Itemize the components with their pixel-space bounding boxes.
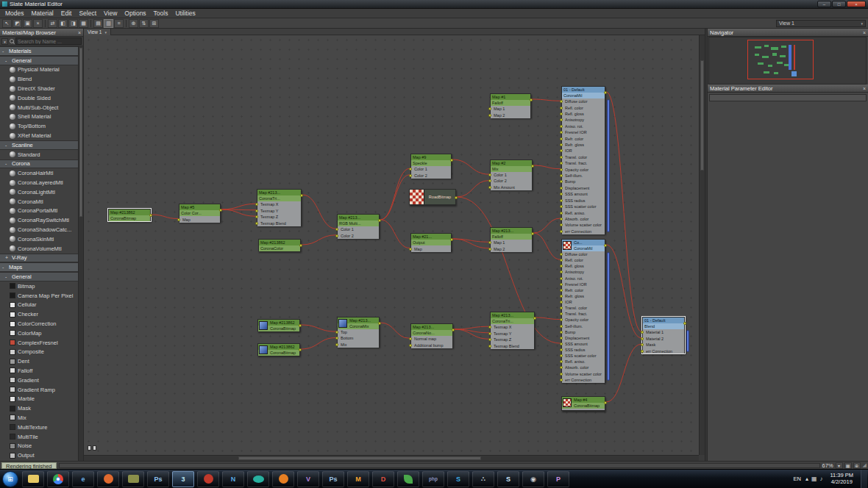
- node-slot[interactable]: Map: [179, 216, 220, 223]
- output-socket[interactable]: [452, 329, 455, 331]
- input-socket[interactable]: [560, 112, 563, 115]
- expand-collapse-icon[interactable]: -: [5, 58, 10, 63]
- param-editor-header[interactable]: Material Parameter Editor ×: [708, 85, 868, 93]
- zoom-extents-button[interactable]: ▦: [844, 462, 852, 469]
- node-mtl2[interactable]: Co...CoronaMtlDiffuse colorRefl. colorRe…: [561, 239, 605, 382]
- input-socket[interactable]: [560, 331, 563, 334]
- input-socket[interactable]: [177, 218, 180, 221]
- node-header[interactable]: Map #213...Falloff: [491, 228, 532, 240]
- zoom-level[interactable]: 67%: [822, 462, 833, 469]
- node-slot[interactable]: Color 1: [338, 226, 379, 233]
- browser-item-gradient[interactable]: Gradient: [0, 376, 78, 385]
- node-cb4[interactable]: Map #4CoronaBitmap: [561, 396, 605, 411]
- input-socket[interactable]: [560, 118, 563, 121]
- node-slot[interactable]: Refl. gloss: [562, 111, 605, 117]
- browser-item-top-bottom[interactable]: Top/Bottom: [0, 121, 78, 131]
- browser-item-multitexture[interactable]: MultiTexture: [0, 423, 78, 432]
- input-socket[interactable]: [560, 306, 563, 309]
- node-cb1[interactable]: Map #213862CoronaBitmap: [108, 209, 151, 221]
- node-header[interactable]: Map #213862CoronaColor: [259, 240, 300, 251]
- browser-item-xref-material[interactable]: XRef Material: [0, 131, 78, 140]
- node-mix[interactable]: Map #2MixColor 1Color 2Mix Amount: [490, 159, 533, 190]
- expand-collapse-icon[interactable]: -: [2, 265, 7, 270]
- browser-item-falloff[interactable]: Falloff: [0, 366, 78, 376]
- input-socket[interactable]: [560, 180, 563, 183]
- menu-edit[interactable]: Edit: [57, 10, 76, 17]
- start-button[interactable]: ⊞: [2, 471, 18, 487]
- network-icon[interactable]: ▦: [811, 476, 817, 482]
- node-slot[interactable]: Opacity color: [562, 166, 605, 172]
- node-slot[interactable]: Refl. gloss: [562, 263, 605, 269]
- node-slot[interactable]: Refl. aniso.: [562, 359, 605, 365]
- input-socket[interactable]: [560, 143, 563, 146]
- node-scrollbar[interactable]: [607, 99, 610, 232]
- node-slot[interactable]: Texmap X: [257, 201, 301, 208]
- node-slot[interactable]: Mask: [643, 342, 684, 348]
- taskbar-icon-folder-2[interactable]: [122, 471, 144, 487]
- browser-group-maps[interactable]: -Maps: [0, 262, 78, 272]
- browser-item-bitmap[interactable]: Bitmap: [0, 281, 78, 291]
- taskbar-icon-viewer[interactable]: ◉: [522, 471, 544, 487]
- input-socket[interactable]: [488, 338, 491, 341]
- taskbar-icon-app-teal[interactable]: [247, 471, 269, 487]
- node-slot[interactable]: Map: [411, 245, 451, 252]
- node-slot[interactable]: Texmap Blend: [491, 343, 534, 350]
- browser-close-icon[interactable]: ×: [78, 30, 81, 35]
- input-socket[interactable]: [641, 331, 644, 334]
- menu-utilities[interactable]: Utilities: [171, 10, 199, 17]
- node-slot[interactable]: Color 2: [411, 173, 451, 179]
- node-slot[interactable]: Self-illum.: [562, 173, 605, 179]
- input-socket[interactable]: [335, 234, 338, 237]
- input-socket[interactable]: [488, 345, 491, 348]
- node-cc[interactable]: Map #5Color Cor...Map: [179, 204, 221, 222]
- input-socket[interactable]: [560, 337, 563, 340]
- taskbar-icon-app-p[interactable]: P: [547, 471, 569, 487]
- browser-item-coronaskinmtl[interactable]: CoronaSkinMtl: [0, 234, 78, 244]
- input-socket[interactable]: [488, 179, 491, 182]
- input-socket[interactable]: [560, 223, 563, 226]
- node-slot[interactable]: Texmap Z: [491, 337, 534, 343]
- node-fall2[interactable]: Map #213...FalloffMap 1Map 2: [490, 227, 533, 251]
- node-fall1[interactable]: Map #1FalloffMap 1Map 2: [490, 93, 531, 118]
- input-socket[interactable]: [560, 277, 563, 280]
- layout-children-button[interactable]: ▤: [93, 19, 103, 28]
- browser-item-output[interactable]: Output: [0, 451, 78, 460]
- browser-item-coronalayeredmtl[interactable]: CoronaLayeredMtl: [0, 178, 78, 187]
- close-button[interactable]: ×: [847, 1, 866, 7]
- title-bar[interactable]: Slate Material Editor – □ ×: [0, 0, 868, 9]
- node-slot[interactable]: Texmap Y: [257, 208, 301, 215]
- input-socket[interactable]: [560, 199, 563, 202]
- input-socket[interactable]: [255, 209, 258, 212]
- expand-collapse-icon[interactable]: -: [5, 143, 10, 148]
- node-slot[interactable]: Map 1: [491, 240, 532, 246]
- node-slot[interactable]: IOR: [562, 148, 605, 154]
- input-socket[interactable]: [560, 162, 563, 165]
- menu-options[interactable]: Options: [121, 10, 149, 17]
- node-slot[interactable]: Color 1: [411, 166, 451, 173]
- browser-item-complexfresnel[interactable]: ComplexFresnel: [0, 338, 78, 348]
- expand-collapse-icon[interactable]: -: [5, 274, 10, 279]
- browser-group-general[interactable]: -General: [0, 272, 78, 281]
- input-socket[interactable]: [560, 378, 563, 381]
- node-header[interactable]: Map #213862CoronaBitmap: [258, 344, 299, 356]
- output-socket[interactable]: [450, 238, 453, 241]
- input-socket[interactable]: [560, 212, 563, 215]
- input-socket[interactable]: [409, 248, 412, 251]
- node-cb3[interactable]: Map #213862CoronaBitmap: [257, 343, 300, 356]
- browser-item-camera-map-per-pixel[interactable]: Camera Map Per Pixel: [0, 291, 78, 301]
- browser-item-colormap[interactable]: ColorMap: [0, 329, 78, 338]
- node-slot[interactable]: Refr. gloss: [562, 293, 605, 299]
- input-socket[interactable]: [560, 259, 563, 262]
- hidden-icons-caret[interactable]: ▴: [805, 476, 808, 482]
- browser-item-mix[interactable]: Mix: [0, 413, 78, 423]
- browser-item-checker[interactable]: Checker: [0, 309, 78, 319]
- input-socket[interactable]: [255, 203, 258, 206]
- node-cmix[interactable]: Map #213...CoronaMixTopBottomMix: [337, 317, 380, 347]
- input-socket[interactable]: [488, 248, 491, 251]
- move-children-button[interactable]: ⇄: [48, 19, 57, 28]
- node-header[interactable]: Map #5Color Cor...: [179, 204, 220, 216]
- taskbar-icon-app-purple[interactable]: V: [297, 471, 319, 487]
- node-rgb[interactable]: Map #213...RGB Multi...Color 1Color 2: [337, 214, 380, 238]
- input-socket[interactable]: [560, 295, 563, 298]
- node-slot[interactable]: Anisotropy: [562, 269, 605, 275]
